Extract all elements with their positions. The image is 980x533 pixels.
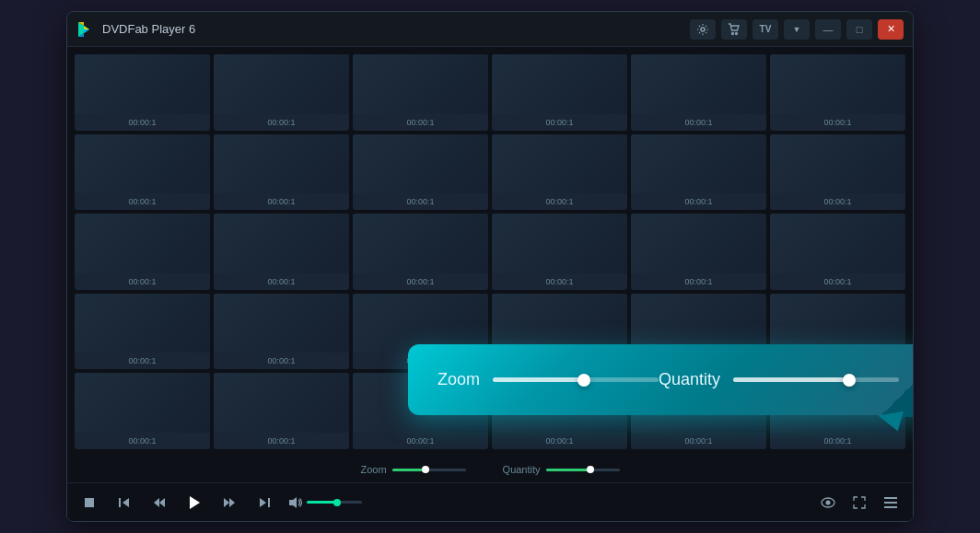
- rewind-btn[interactable]: [148, 492, 170, 514]
- title-bar: DVDFab Player 6 TV ▼: [67, 12, 913, 47]
- tooltip-zoom-slider[interactable]: [493, 377, 659, 382]
- quantity-mini-thumb: [587, 466, 594, 473]
- thumb-image: [214, 134, 349, 194]
- thumb-image: [353, 134, 488, 194]
- thumb-timestamp: 00:00:1: [267, 118, 295, 127]
- dropdown-btn[interactable]: ▼: [784, 19, 810, 40]
- thumb-timestamp: 00:00:1: [823, 197, 851, 206]
- thumb-image: [214, 54, 349, 114]
- zoom-mini-fill: [392, 469, 426, 471]
- quantity-mini-slider[interactable]: [546, 469, 620, 471]
- volume-slider[interactable]: [307, 501, 362, 504]
- zoom-control-group: Zoom: [438, 370, 659, 389]
- thumb-cell[interactable]: 00:00:1: [492, 54, 627, 131]
- thumb-cell[interactable]: 00:00:1: [214, 134, 349, 211]
- maximize-btn[interactable]: □: [846, 19, 872, 40]
- svg-rect-21: [884, 506, 897, 508]
- svg-rect-7: [119, 498, 121, 507]
- thumb-image: [75, 134, 210, 194]
- window-controls: TV ▼ — □ ✕: [690, 19, 904, 40]
- slider-row: Zoom Quantity: [67, 457, 913, 482]
- tooltip-popup: Zoom Quantity: [408, 344, 913, 415]
- thumb-cell[interactable]: 00:00:1: [770, 214, 905, 290]
- thumb-cell[interactable]: 00:00:1: [214, 214, 349, 290]
- thumb-timestamp: 00:00:1: [267, 356, 295, 365]
- play-btn[interactable]: [183, 492, 205, 514]
- thumb-timestamp: 00:00:1: [128, 197, 156, 206]
- eye-btn[interactable]: [817, 492, 839, 514]
- controls-bar: [67, 482, 913, 521]
- thumb-timestamp: 00:00:1: [823, 436, 851, 446]
- thumb-cell[interactable]: 00:00:1: [214, 54, 349, 131]
- thumb-image: [492, 54, 627, 114]
- minimize-btn[interactable]: —: [815, 19, 841, 40]
- thumb-cell[interactable]: 00:00:1: [75, 294, 210, 370]
- quantity-slider-group: Quantity: [503, 464, 620, 475]
- thumb-timestamp: 00:00:1: [267, 436, 295, 446]
- thumb-image: [770, 54, 905, 114]
- main-area: 00:00:100:00:100:00:100:00:100:00:100:00…: [67, 47, 913, 521]
- svg-rect-14: [268, 498, 270, 507]
- svg-rect-19: [884, 497, 897, 499]
- thumb-timestamp: 00:00:1: [684, 436, 712, 446]
- thumb-timestamp: 00:00:1: [823, 118, 851, 127]
- thumb-cell[interactable]: 00:00:1: [75, 54, 210, 131]
- volume-icon: [288, 496, 303, 509]
- tooltip-zoom-fill: [493, 377, 584, 382]
- thumb-cell[interactable]: 00:00:1: [75, 373, 210, 449]
- thumb-cell[interactable]: 00:00:1: [492, 214, 627, 290]
- right-ctrl-icons: [817, 492, 902, 514]
- tv-btn[interactable]: TV: [752, 19, 778, 40]
- fullscreen-btn[interactable]: [848, 492, 870, 514]
- thumb-cell[interactable]: 00:00:1: [631, 214, 766, 290]
- zoom-mini-slider[interactable]: [392, 469, 466, 471]
- thumb-image: [631, 214, 766, 273]
- thumb-cell[interactable]: 00:00:1: [492, 134, 627, 211]
- thumb-cell[interactable]: 00:00:1: [214, 294, 349, 370]
- thumb-timestamp: 00:00:1: [267, 277, 295, 286]
- tooltip-zoom-label: Zoom: [438, 370, 480, 389]
- thumb-timestamp: 00:00:1: [684, 277, 712, 286]
- thumb-image: [631, 54, 766, 114]
- thumb-image: [492, 134, 627, 194]
- thumb-image: [214, 373, 349, 433]
- thumb-cell[interactable]: 00:00:1: [770, 54, 905, 131]
- fast-forward-btn[interactable]: [218, 492, 240, 514]
- thumb-cell[interactable]: 00:00:1: [75, 214, 210, 290]
- thumb-timestamp: 00:00:1: [684, 118, 712, 127]
- settings-btn[interactable]: [690, 19, 716, 40]
- tooltip-quantity-label: Quantity: [659, 370, 720, 389]
- stop-btn[interactable]: [78, 492, 100, 514]
- thumb-image: [770, 214, 905, 273]
- close-btn[interactable]: ✕: [878, 19, 904, 40]
- thumb-cell[interactable]: 00:00:1: [353, 54, 488, 131]
- thumb-timestamp: 00:00:1: [406, 197, 434, 206]
- cart-btn[interactable]: [721, 19, 747, 40]
- prev-track-btn[interactable]: [113, 492, 135, 514]
- thumb-image: [353, 214, 488, 273]
- playlist-btn[interactable]: [880, 492, 902, 514]
- thumb-cell[interactable]: 00:00:1: [75, 134, 210, 211]
- svg-point-4: [732, 32, 734, 34]
- thumb-cell[interactable]: 00:00:1: [353, 214, 488, 290]
- volume-thumb: [333, 499, 341, 506]
- svg-marker-9: [154, 498, 159, 507]
- app-title: DVDFab Player 6: [102, 22, 690, 36]
- tooltip-quantity-thumb: [843, 374, 856, 387]
- quantity-control-group: Quantity: [659, 370, 899, 389]
- app-window: DVDFab Player 6 TV ▼: [66, 11, 914, 522]
- thumb-timestamp: 00:00:1: [545, 277, 573, 286]
- tooltip-quantity-fill: [733, 377, 849, 382]
- thumb-image: [214, 294, 349, 353]
- thumb-cell[interactable]: 00:00:1: [631, 134, 766, 211]
- thumb-cell[interactable]: 00:00:1: [631, 54, 766, 131]
- thumb-cell[interactable]: 00:00:1: [214, 373, 349, 449]
- next-track-btn[interactable]: [253, 492, 275, 514]
- thumb-cell[interactable]: 00:00:1: [770, 134, 905, 211]
- tooltip-quantity-slider[interactable]: [733, 377, 899, 382]
- thumb-image: [770, 134, 905, 194]
- svg-point-18: [826, 500, 831, 504]
- svg-marker-15: [260, 498, 266, 507]
- thumb-image: [75, 373, 210, 433]
- thumb-cell[interactable]: 00:00:1: [353, 134, 488, 211]
